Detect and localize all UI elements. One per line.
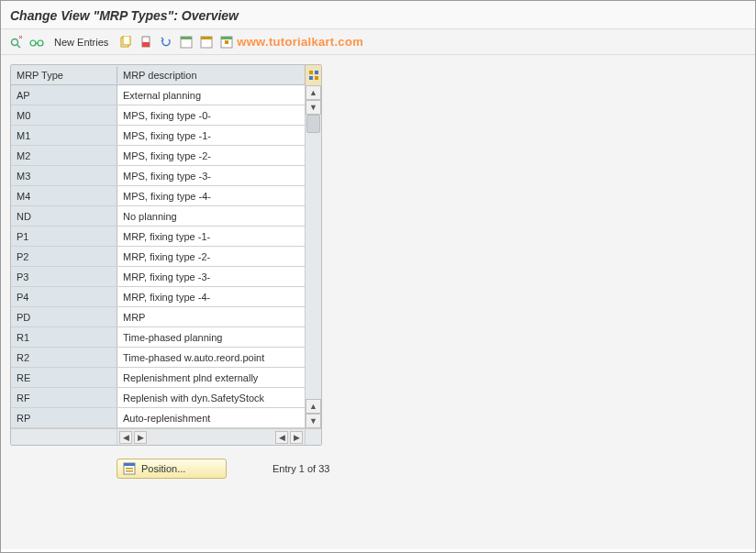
scroll-down-button[interactable]: ▼: [306, 100, 321, 115]
table-row[interactable]: P4MRP, fixing type -4-: [11, 287, 321, 307]
cell-mrp-type[interactable]: R1: [11, 327, 117, 347]
entry-status-text: Entry 1 of 33: [272, 463, 329, 474]
table-row[interactable]: R1Time-phased planning: [11, 327, 321, 348]
scroll-up-button[interactable]: ▲: [306, 85, 321, 100]
cell-mrp-desc[interactable]: MRP, fixing type -2-: [117, 247, 305, 266]
table-row[interactable]: P3MRP, fixing type -3-: [11, 267, 321, 287]
table-header-row: MRP Type MRP description: [11, 65, 321, 85]
scroll-up-button-2[interactable]: ▲: [306, 399, 321, 414]
cell-mrp-desc[interactable]: MPS, fixing type -4-: [117, 186, 305, 205]
horizontal-scrollbar: ◀ ▶ ◀ ▶: [11, 428, 321, 445]
table-row[interactable]: R2Time-phased w.auto.reord.point: [11, 348, 321, 368]
cell-mrp-type[interactable]: ND: [11, 206, 117, 226]
glasses-icon[interactable]: [28, 34, 45, 50]
cell-mrp-desc[interactable]: No planning: [117, 206, 305, 226]
cell-mrp-type[interactable]: P2: [11, 247, 117, 266]
cell-mrp-type[interactable]: P1: [11, 227, 117, 246]
scroll-right-button[interactable]: ▶: [134, 431, 147, 444]
table-row[interactable]: M2MPS, fixing type -2-: [11, 146, 321, 166]
cell-mrp-desc[interactable]: External planning: [117, 85, 305, 105]
svg-rect-6: [142, 42, 150, 47]
undo-icon[interactable]: [158, 34, 174, 50]
cell-mrp-desc[interactable]: Time-phased planning: [117, 327, 305, 347]
cell-mrp-desc[interactable]: Time-phased w.auto.reord.point: [117, 348, 305, 367]
copy-icon[interactable]: [117, 34, 134, 50]
cell-mrp-type[interactable]: M0: [11, 105, 117, 125]
table-row[interactable]: RFReplenish with dyn.SafetyStock: [11, 388, 321, 408]
svg-rect-20: [126, 468, 133, 470]
cell-mrp-type[interactable]: P3: [11, 267, 117, 286]
cell-mrp-type[interactable]: M4: [11, 186, 117, 205]
cell-mrp-type[interactable]: AP: [11, 85, 117, 105]
column-header-type[interactable]: MRP Type: [11, 67, 117, 83]
scroll-left-button-2[interactable]: ◀: [275, 431, 288, 444]
scroll-left-button[interactable]: ◀: [119, 431, 132, 444]
table-settings-icon[interactable]: [218, 34, 235, 50]
new-entries-button[interactable]: New Entries: [49, 35, 114, 50]
svg-point-1: [30, 40, 36, 46]
cell-mrp-desc[interactable]: Auto-replenishment: [117, 408, 305, 427]
position-icon: [123, 462, 136, 475]
svg-rect-17: [315, 76, 318, 80]
cell-mrp-type[interactable]: M1: [11, 126, 117, 145]
deselect-all-icon[interactable]: [198, 34, 215, 50]
table-row[interactable]: REReplenishment plnd externally: [11, 368, 321, 388]
table-row[interactable]: M3MPS, fixing type -3-: [11, 166, 321, 186]
cell-mrp-type[interactable]: RE: [11, 368, 117, 387]
cell-mrp-type[interactable]: RP: [11, 408, 117, 427]
svg-point-2: [38, 40, 43, 46]
delete-icon[interactable]: [138, 34, 154, 50]
svg-rect-21: [126, 470, 133, 472]
cell-mrp-desc[interactable]: MRP, fixing type -4-: [117, 287, 305, 306]
cell-mrp-type[interactable]: M3: [11, 166, 117, 185]
scroll-thumb[interactable]: [306, 115, 320, 133]
cell-mrp-type[interactable]: M2: [11, 146, 117, 165]
page-title: Change View "MRP Types": Overview: [1, 1, 755, 29]
table-row[interactable]: M0MPS, fixing type -0-: [11, 105, 321, 126]
svg-rect-16: [309, 76, 313, 80]
scroll-down-button-2[interactable]: ▼: [306, 414, 321, 428]
cell-mrp-desc[interactable]: MRP, fixing type -1-: [117, 227, 305, 246]
svg-rect-13: [225, 40, 228, 44]
position-button[interactable]: Position...: [117, 459, 227, 479]
table-row[interactable]: APExternal planning: [11, 85, 321, 105]
cell-mrp-desc[interactable]: MPS, fixing type -0-: [117, 105, 305, 125]
scroll-right-button-2[interactable]: ▶: [290, 431, 303, 444]
table-row[interactable]: P1MRP, fixing type -1-: [11, 227, 321, 247]
toggle-display-icon[interactable]: [8, 34, 25, 50]
cell-mrp-desc[interactable]: MPS, fixing type -2-: [117, 146, 305, 165]
cell-mrp-type[interactable]: PD: [11, 307, 117, 326]
svg-rect-19: [124, 463, 135, 466]
cell-mrp-type[interactable]: P4: [11, 287, 117, 306]
svg-rect-15: [315, 71, 318, 74]
svg-rect-4: [123, 36, 130, 45]
select-all-icon[interactable]: [178, 34, 195, 50]
cell-mrp-desc[interactable]: MRP: [117, 307, 305, 326]
table-row[interactable]: NDNo planning: [11, 206, 321, 227]
table-config-icon[interactable]: [305, 65, 321, 85]
scroll-track[interactable]: [306, 115, 321, 399]
cell-mrp-desc[interactable]: MRP, fixing type -3-: [117, 267, 305, 286]
svg-rect-12: [221, 37, 232, 39]
cell-mrp-desc[interactable]: MPS, fixing type -3-: [117, 166, 305, 185]
table-row[interactable]: M4MPS, fixing type -4-: [11, 186, 321, 206]
svg-rect-14: [309, 71, 313, 74]
column-header-desc[interactable]: MRP description: [117, 67, 305, 83]
cell-mrp-desc[interactable]: Replenishment plnd externally: [117, 368, 305, 387]
mrp-types-table: MRP Type MRP description APExternal plan…: [10, 64, 322, 446]
table-row[interactable]: PDMRP: [11, 307, 321, 327]
svg-point-0: [12, 39, 18, 45]
table-row[interactable]: P2MRP, fixing type -2-: [11, 247, 321, 267]
cell-mrp-type[interactable]: R2: [11, 348, 117, 367]
cell-mrp-desc[interactable]: Replenish with dyn.SafetyStock: [117, 388, 305, 407]
vertical-scrollbar[interactable]: ▲ ▼ ▲ ▼: [305, 85, 321, 428]
table-row[interactable]: RPAuto-replenishment: [11, 408, 321, 428]
svg-rect-8: [181, 37, 192, 39]
table-row[interactable]: M1MPS, fixing type -1-: [11, 126, 321, 146]
watermark-text: www.tutorialkart.com: [237, 35, 363, 49]
toolbar: New Entries www.tutorialkart.com: [1, 29, 755, 55]
svg-rect-10: [201, 37, 212, 39]
cell-mrp-type[interactable]: RF: [11, 388, 117, 407]
position-button-label: Position...: [141, 463, 185, 474]
cell-mrp-desc[interactable]: MPS, fixing type -1-: [117, 126, 305, 145]
